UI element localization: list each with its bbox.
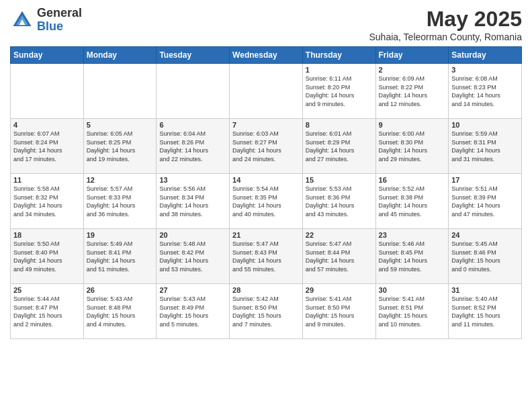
day-info: Sunrise: 6:07 AM Sunset: 8:24 PM Dayligh… — [13, 130, 81, 163]
day-number: 29 — [306, 286, 373, 294]
day-cell: 25Sunrise: 5:44 AM Sunset: 8:47 PM Dayli… — [11, 284, 84, 339]
day-cell: 27Sunrise: 5:43 AM Sunset: 8:49 PM Dayli… — [157, 284, 230, 339]
day-cell: 24Sunrise: 5:45 AM Sunset: 8:46 PM Dayli… — [449, 229, 522, 284]
day-number: 1 — [306, 66, 373, 74]
day-header-friday: Friday — [375, 47, 449, 64]
day-cell — [11, 64, 84, 119]
day-number: 26 — [87, 286, 154, 294]
day-info: Sunrise: 6:01 AM Sunset: 8:29 PM Dayligh… — [306, 130, 373, 163]
day-cell: 1Sunrise: 6:11 AM Sunset: 8:20 PM Daylig… — [302, 64, 375, 119]
header-row: SundayMondayTuesdayWednesdayThursdayFrid… — [11, 47, 522, 64]
day-cell: 26Sunrise: 5:43 AM Sunset: 8:48 PM Dayli… — [83, 284, 157, 339]
day-cell: 17Sunrise: 5:51 AM Sunset: 8:39 PM Dayli… — [449, 174, 522, 229]
week-row-2: 4Sunrise: 6:07 AM Sunset: 8:24 PM Daylig… — [11, 119, 522, 174]
day-header-thursday: Thursday — [302, 47, 375, 64]
day-info: Sunrise: 5:58 AM Sunset: 8:32 PM Dayligh… — [13, 185, 81, 218]
day-info: Sunrise: 5:48 AM Sunset: 8:42 PM Dayligh… — [159, 240, 226, 273]
day-cell: 2Sunrise: 6:09 AM Sunset: 8:22 PM Daylig… — [375, 64, 449, 119]
calendar: SundayMondayTuesdayWednesdayThursdayFrid… — [10, 46, 522, 339]
day-info: Sunrise: 5:45 AM Sunset: 8:46 PM Dayligh… — [451, 240, 519, 273]
day-number: 2 — [379, 66, 446, 74]
day-cell: 28Sunrise: 5:42 AM Sunset: 8:50 PM Dayli… — [230, 284, 303, 339]
week-row-5: 25Sunrise: 5:44 AM Sunset: 8:47 PM Dayli… — [11, 284, 522, 339]
day-info: Sunrise: 5:41 AM Sunset: 8:50 PM Dayligh… — [306, 295, 373, 328]
day-number: 5 — [87, 121, 154, 129]
day-info: Sunrise: 5:44 AM Sunset: 8:47 PM Dayligh… — [13, 295, 81, 328]
day-number: 18 — [13, 231, 81, 239]
day-info: Sunrise: 5:40 AM Sunset: 8:52 PM Dayligh… — [451, 295, 519, 328]
day-number: 9 — [379, 121, 446, 129]
page: General Blue May 2025 Suhaia, Teleorman … — [0, 0, 532, 411]
day-number: 7 — [232, 121, 300, 129]
day-cell: 8Sunrise: 6:01 AM Sunset: 8:29 PM Daylig… — [302, 119, 375, 174]
logo-icon — [10, 8, 34, 32]
day-info: Sunrise: 5:43 AM Sunset: 8:48 PM Dayligh… — [87, 295, 154, 328]
day-cell: 12Sunrise: 5:57 AM Sunset: 8:33 PM Dayli… — [83, 174, 157, 229]
week-row-4: 18Sunrise: 5:50 AM Sunset: 8:40 PM Dayli… — [11, 229, 522, 284]
logo-blue: Blue — [37, 20, 82, 34]
week-row-1: 1Sunrise: 6:11 AM Sunset: 8:20 PM Daylig… — [11, 64, 522, 119]
day-cell: 9Sunrise: 6:00 AM Sunset: 8:30 PM Daylig… — [375, 119, 449, 174]
day-info: Sunrise: 5:57 AM Sunset: 8:33 PM Dayligh… — [87, 185, 154, 218]
day-cell — [83, 64, 157, 119]
day-number: 10 — [451, 121, 519, 129]
day-number: 13 — [159, 176, 226, 184]
day-info: Sunrise: 5:47 AM Sunset: 8:43 PM Dayligh… — [232, 240, 300, 273]
day-cell: 13Sunrise: 5:56 AM Sunset: 8:34 PM Dayli… — [157, 174, 230, 229]
day-header-sunday: Sunday — [11, 47, 84, 64]
day-number: 28 — [232, 286, 300, 294]
day-number: 4 — [13, 121, 81, 129]
day-number: 21 — [232, 231, 300, 239]
day-info: Sunrise: 5:49 AM Sunset: 8:41 PM Dayligh… — [87, 240, 154, 273]
week-row-3: 11Sunrise: 5:58 AM Sunset: 8:32 PM Dayli… — [11, 174, 522, 229]
day-cell: 18Sunrise: 5:50 AM Sunset: 8:40 PM Dayli… — [11, 229, 84, 284]
day-cell: 22Sunrise: 5:47 AM Sunset: 8:44 PM Dayli… — [302, 229, 375, 284]
logo-general: General — [37, 7, 82, 20]
day-info: Sunrise: 6:11 AM Sunset: 8:20 PM Dayligh… — [306, 75, 373, 108]
day-info: Sunrise: 5:59 AM Sunset: 8:31 PM Dayligh… — [451, 130, 519, 163]
day-cell — [157, 64, 230, 119]
day-info: Sunrise: 6:00 AM Sunset: 8:30 PM Dayligh… — [379, 130, 446, 163]
day-header-tuesday: Tuesday — [157, 47, 230, 64]
day-number: 27 — [159, 286, 226, 294]
day-number: 12 — [87, 176, 154, 184]
day-number: 15 — [306, 176, 373, 184]
day-info: Sunrise: 5:41 AM Sunset: 8:51 PM Dayligh… — [379, 295, 446, 328]
day-header-saturday: Saturday — [449, 47, 522, 64]
day-info: Sunrise: 5:43 AM Sunset: 8:49 PM Dayligh… — [159, 295, 226, 328]
day-number: 6 — [159, 121, 226, 129]
day-info: Sunrise: 6:03 AM Sunset: 8:27 PM Dayligh… — [232, 130, 300, 163]
day-cell: 21Sunrise: 5:47 AM Sunset: 8:43 PM Dayli… — [230, 229, 303, 284]
day-info: Sunrise: 5:52 AM Sunset: 8:38 PM Dayligh… — [379, 185, 446, 218]
day-header-monday: Monday — [83, 47, 157, 64]
day-number: 24 — [451, 231, 519, 239]
day-number: 17 — [451, 176, 519, 184]
day-cell: 4Sunrise: 6:07 AM Sunset: 8:24 PM Daylig… — [11, 119, 84, 174]
day-cell: 16Sunrise: 5:52 AM Sunset: 8:38 PM Dayli… — [375, 174, 449, 229]
day-number: 19 — [87, 231, 154, 239]
day-info: Sunrise: 5:56 AM Sunset: 8:34 PM Dayligh… — [159, 185, 226, 218]
day-number: 16 — [379, 176, 446, 184]
day-cell: 10Sunrise: 5:59 AM Sunset: 8:31 PM Dayli… — [449, 119, 522, 174]
day-number: 30 — [379, 286, 446, 294]
day-cell: 6Sunrise: 6:04 AM Sunset: 8:26 PM Daylig… — [157, 119, 230, 174]
day-info: Sunrise: 5:50 AM Sunset: 8:40 PM Dayligh… — [13, 240, 81, 273]
day-info: Sunrise: 6:05 AM Sunset: 8:25 PM Dayligh… — [87, 130, 154, 163]
day-cell: 11Sunrise: 5:58 AM Sunset: 8:32 PM Dayli… — [11, 174, 84, 229]
header: General Blue May 2025 Suhaia, Teleorman … — [10, 7, 522, 42]
day-cell: 29Sunrise: 5:41 AM Sunset: 8:50 PM Dayli… — [302, 284, 375, 339]
month-title: May 2025 — [369, 7, 523, 32]
day-number: 11 — [13, 176, 81, 184]
day-header-wednesday: Wednesday — [230, 47, 303, 64]
day-cell: 14Sunrise: 5:54 AM Sunset: 8:35 PM Dayli… — [230, 174, 303, 229]
day-info: Sunrise: 5:42 AM Sunset: 8:50 PM Dayligh… — [232, 295, 300, 328]
day-cell: 3Sunrise: 6:08 AM Sunset: 8:23 PM Daylig… — [449, 64, 522, 119]
day-info: Sunrise: 5:51 AM Sunset: 8:39 PM Dayligh… — [451, 185, 519, 218]
day-cell: 31Sunrise: 5:40 AM Sunset: 8:52 PM Dayli… — [449, 284, 522, 339]
day-number: 31 — [451, 286, 519, 294]
day-info: Sunrise: 5:47 AM Sunset: 8:44 PM Dayligh… — [306, 240, 373, 273]
day-number: 22 — [306, 231, 373, 239]
logo-text: General Blue — [37, 7, 82, 34]
day-cell: 20Sunrise: 5:48 AM Sunset: 8:42 PM Dayli… — [157, 229, 230, 284]
day-number: 25 — [13, 286, 81, 294]
